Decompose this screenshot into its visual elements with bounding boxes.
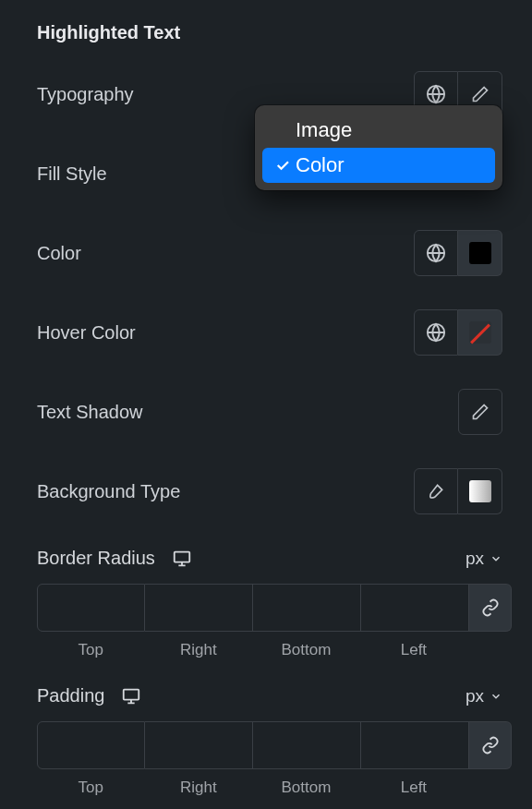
spacer [467, 779, 512, 797]
unit-label: px [466, 686, 484, 706]
pencil-icon [471, 403, 490, 421]
style-panel: Highlighted Text Typography Fill Style C… [0, 0, 532, 809]
padding-header: Padding px [37, 685, 502, 706]
background-gradient-button[interactable] [458, 468, 502, 514]
label-hover-color: Hover Color [37, 322, 136, 344]
fill-style-option-image[interactable]: Image [262, 113, 495, 148]
label-top: Top [37, 779, 145, 797]
background-classic-button[interactable] [414, 468, 458, 514]
responsive-button[interactable] [172, 549, 192, 569]
responsive-button[interactable] [121, 686, 141, 706]
border-radius-header: Border Radius px [37, 548, 502, 569]
globe-icon [426, 84, 446, 104]
pencil-icon [471, 85, 490, 103]
globe-icon [426, 322, 446, 343]
globe-button-hover-color[interactable] [414, 309, 458, 356]
row-background-type: Background Type [37, 468, 502, 514]
padding-block: Padding px Top [37, 685, 502, 797]
svg-rect-4 [124, 689, 139, 699]
label-border-radius: Border Radius [37, 548, 155, 569]
border-radius-right-input[interactable] [145, 584, 253, 632]
label-padding: Padding [37, 685, 104, 706]
hover-color-controls [414, 309, 502, 356]
padding-inputs [37, 721, 512, 769]
label-left: Left [360, 641, 468, 659]
border-radius-block: Border Radius px [37, 548, 502, 659]
link-icon [481, 736, 500, 755]
border-radius-inputs [37, 584, 512, 632]
unit-label: px [466, 549, 484, 569]
row-hover-color: Hover Color [37, 309, 502, 356]
background-type-controls [414, 468, 502, 514]
label-fill-style: Fill Style [37, 163, 107, 185]
fill-style-option-color[interactable]: Color [262, 148, 495, 183]
svg-rect-3 [175, 551, 190, 561]
section-title: Highlighted Text [37, 22, 502, 43]
border-radius-left-input[interactable] [361, 584, 469, 632]
option-label-image: Image [296, 118, 352, 142]
gradient-icon [469, 480, 491, 502]
padding-top-input[interactable] [37, 721, 145, 769]
label-right: Right [145, 779, 253, 797]
globe-button-color[interactable] [414, 230, 458, 276]
globe-icon [426, 243, 446, 263]
link-values-button-border-radius[interactable] [469, 584, 512, 632]
label-top: Top [37, 641, 145, 659]
link-icon [481, 598, 500, 617]
desktop-icon [172, 549, 192, 569]
row-color: Color [37, 230, 502, 276]
border-radius-bottom-input[interactable] [253, 584, 361, 632]
chevron-down-icon [490, 690, 502, 703]
unit-select-padding[interactable]: px [466, 686, 502, 706]
brush-icon [427, 482, 445, 501]
padding-bottom-input[interactable] [253, 721, 361, 769]
hover-color-swatch-button[interactable] [458, 309, 502, 356]
chevron-down-icon [490, 552, 502, 565]
label-bottom: Bottom [252, 779, 360, 797]
text-shadow-controls [458, 389, 502, 435]
color-swatch-button[interactable] [458, 230, 502, 276]
row-text-shadow: Text Shadow [37, 389, 502, 435]
unit-select-border-radius[interactable]: px [466, 549, 502, 569]
label-color: Color [37, 243, 81, 264]
desktop-icon [121, 686, 141, 706]
edit-button-text-shadow[interactable] [458, 389, 502, 435]
color-controls [414, 230, 502, 276]
check-icon [272, 157, 294, 174]
label-right: Right [145, 641, 253, 659]
label-bottom: Bottom [252, 641, 360, 659]
border-radius-label-group: Border Radius [37, 548, 192, 569]
no-color-icon [469, 321, 491, 344]
spacer [467, 641, 512, 659]
padding-side-labels: Top Right Bottom Left [37, 779, 512, 797]
padding-label-group: Padding [37, 685, 141, 706]
fill-style-dropdown: Image Color [255, 105, 502, 190]
label-left: Left [360, 779, 468, 797]
border-radius-top-input[interactable] [37, 584, 145, 632]
border-radius-side-labels: Top Right Bottom Left [37, 641, 512, 659]
padding-left-input[interactable] [361, 721, 469, 769]
link-values-button-padding[interactable] [469, 721, 512, 769]
padding-right-input[interactable] [145, 721, 253, 769]
label-text-shadow: Text Shadow [37, 402, 143, 423]
label-typography: Typography [37, 84, 134, 105]
color-swatch-icon [469, 242, 491, 264]
option-label-color: Color [296, 153, 345, 177]
label-background-type: Background Type [37, 481, 180, 502]
